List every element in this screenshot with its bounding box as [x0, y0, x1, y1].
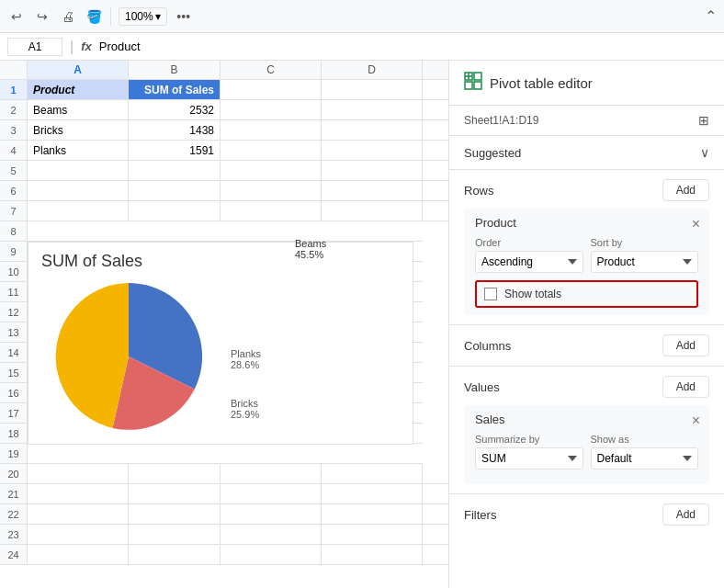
- label-planks: Planks28.6%: [231, 348, 261, 370]
- right-panel: Pivot table editor Sheet1!A1:D19 ⊞ Sugge…: [448, 61, 724, 588]
- cell-d4[interactable]: [322, 141, 423, 160]
- panel-title: Pivot table editor: [490, 75, 593, 91]
- rows-add-button[interactable]: Add: [662, 179, 709, 201]
- sort-by-select[interactable]: Product SUM of Sales: [591, 251, 699, 273]
- product-card-close-icon[interactable]: ×: [692, 216, 700, 232]
- pivot-table-icon: [464, 72, 482, 94]
- table-row: 19: [0, 444, 423, 464]
- show-as-select[interactable]: Default % of row % of column % of total: [591, 447, 699, 469]
- cell-c4[interactable]: [221, 141, 322, 160]
- summarize-label: Summarize by: [475, 434, 583, 445]
- formula-divider: |: [70, 39, 74, 55]
- values-label: Values: [464, 380, 500, 394]
- cell-d2[interactable]: [322, 100, 423, 119]
- row-num-4: 4: [0, 141, 28, 160]
- spreadsheet[interactable]: A B C D 1 Product SUM of Sales 2 Beams 2…: [0, 61, 448, 588]
- zoom-selector[interactable]: 100% ▾: [119, 7, 167, 26]
- row-num-1: 1: [0, 80, 28, 99]
- chart-row: 8 9 10 11 12 13 14 15 16 17 18 19 SUM of…: [0, 221, 448, 464]
- product-card-fields: Order Ascending Descending Custom Sort b…: [475, 237, 698, 273]
- show-as-field: Show as Default % of row % of column % o…: [591, 434, 699, 469]
- table-row: 23: [0, 525, 448, 545]
- suggested-label: Suggested: [464, 146, 521, 160]
- summarize-select[interactable]: SUM COUNT AVERAGE MAX MIN: [475, 447, 583, 469]
- range-grid-icon[interactable]: ⊞: [698, 113, 709, 128]
- order-select[interactable]: Ascending Descending Custom: [475, 251, 583, 273]
- svg-rect-3: [474, 82, 481, 89]
- sort-by-field: Sort by Product SUM of Sales: [591, 237, 699, 273]
- range-text: Sheet1!A1:D19: [464, 114, 538, 127]
- rows-header: Rows Add: [464, 179, 709, 201]
- cell-b4[interactable]: 1591: [129, 141, 221, 160]
- rows-label: Rows: [464, 184, 494, 198]
- svg-rect-2: [465, 82, 472, 89]
- col-header-d[interactable]: D: [322, 61, 423, 79]
- suggested-chevron-icon: ∨: [700, 145, 709, 160]
- show-totals-label: Show totals: [504, 288, 561, 300]
- label-bricks: Bricks25.9%: [231, 398, 261, 420]
- product-card: Product × Order Ascending Descending Cus…: [464, 209, 709, 315]
- row-num-2: 2: [0, 100, 28, 119]
- svg-rect-1: [474, 73, 481, 80]
- pie-chart: [41, 278, 216, 435]
- values-add-button[interactable]: Add: [662, 376, 709, 398]
- columns-label: Columns: [464, 339, 511, 353]
- paint-icon[interactable]: 🪣: [85, 7, 103, 26]
- col-header-b[interactable]: B: [129, 61, 221, 79]
- undo-icon[interactable]: ↩: [7, 7, 26, 26]
- product-card-title: Product: [475, 216, 698, 230]
- cell-d1[interactable]: [322, 80, 423, 99]
- table-row: 20: [0, 464, 448, 484]
- filters-label: Filters: [464, 508, 496, 522]
- table-row: 3 Bricks 1438: [0, 120, 448, 141]
- cell-ref-input[interactable]: [7, 38, 62, 56]
- cell-b2[interactable]: 2532: [129, 100, 221, 119]
- cell-a3[interactable]: Bricks: [28, 120, 129, 140]
- label-beams: Beams 45.5%: [295, 238, 326, 260]
- table-row: 2 Beams 2532: [0, 100, 448, 120]
- redo-icon[interactable]: ↪: [33, 7, 51, 26]
- table-row: 4 Planks 1591: [0, 141, 448, 161]
- values-section: Values Add Sales × Summarize by SUM COUN…: [449, 367, 724, 494]
- sales-card-fields: Summarize by SUM COUNT AVERAGE MAX MIN S…: [475, 434, 698, 469]
- cell-a4[interactable]: Planks: [28, 141, 129, 160]
- filters-add-button[interactable]: Add: [662, 503, 709, 526]
- col-header-a[interactable]: A: [28, 61, 129, 79]
- more-menu-icon[interactable]: •••: [175, 7, 193, 26]
- cell-c2[interactable]: [221, 100, 322, 119]
- main-area: A B C D 1 Product SUM of Sales 2 Beams 2…: [0, 61, 724, 588]
- columns-add-button[interactable]: Add: [662, 334, 709, 356]
- show-totals-checkbox[interactable]: [484, 288, 497, 300]
- chart-container: SUM of Sales: [28, 242, 413, 445]
- columns-section: Columns Add: [449, 325, 724, 367]
- suggested-section: Suggested ∨: [449, 136, 724, 170]
- table-row: 21: [0, 484, 448, 504]
- rows-section: Rows Add Product × Order Ascending Desce…: [449, 170, 724, 325]
- row-header-spacer: [0, 61, 28, 79]
- cell-c3[interactable]: [221, 120, 322, 140]
- cell-a1[interactable]: Product: [28, 80, 129, 99]
- filters-section: Filters Add: [449, 494, 724, 535]
- suggested-header[interactable]: Suggested ∨: [464, 145, 709, 160]
- sort-by-label: Sort by: [591, 237, 699, 248]
- toolbar: ↩ ↪ 🖨 🪣 100% ▾ ••• ⌃: [0, 0, 724, 33]
- cell-c1[interactable]: [221, 80, 322, 99]
- cell-b1[interactable]: SUM of Sales: [129, 80, 221, 99]
- cell-b3[interactable]: 1438: [129, 120, 221, 140]
- toolbar-divider: [110, 7, 111, 26]
- zoom-arrow: ▾: [155, 10, 161, 23]
- cell-d3[interactable]: [322, 120, 423, 140]
- collapse-toolbar-icon[interactable]: ⌃: [705, 7, 717, 25]
- cell-a2[interactable]: Beams: [28, 100, 129, 119]
- col-header-c[interactable]: C: [221, 61, 322, 79]
- table-row: 5: [0, 161, 448, 181]
- chart-title: SUM of Sales: [41, 252, 400, 271]
- sales-card-close-icon[interactable]: ×: [692, 413, 700, 429]
- print-icon[interactable]: 🖨: [59, 7, 77, 26]
- order-field: Order Ascending Descending Custom: [475, 237, 583, 273]
- table-row: 8: [0, 221, 423, 242]
- columns-header: Columns Add: [464, 334, 709, 356]
- show-totals-row: Show totals: [475, 280, 698, 308]
- table-row: 6: [0, 181, 448, 201]
- col-headers: A B C D: [0, 61, 448, 80]
